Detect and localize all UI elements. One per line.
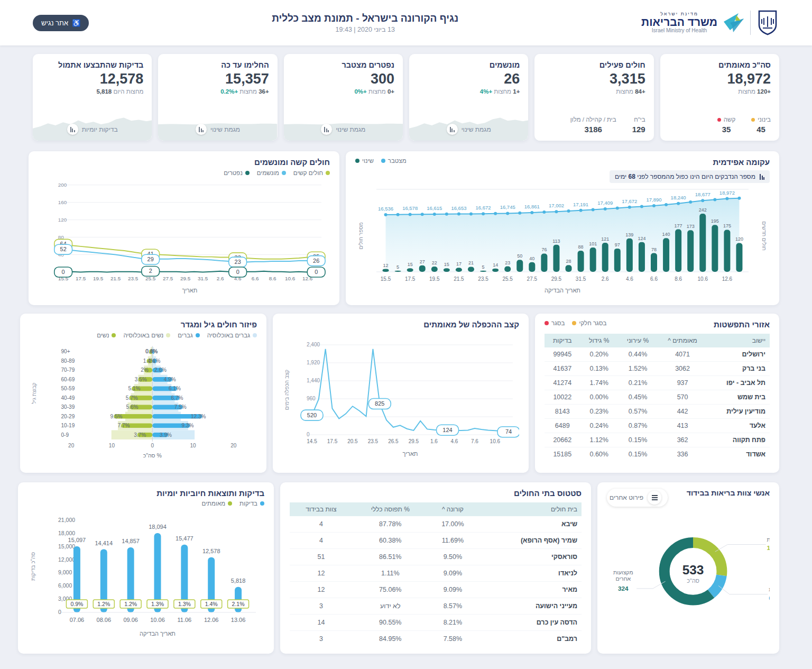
- column-header[interactable]: קורונה ^: [428, 502, 477, 516]
- column-header[interactable]: % גידול: [580, 334, 618, 347]
- legend-item[interactable]: מונשמים: [257, 170, 286, 176]
- tests-card: בדיקות ותוצאות חיוביות יומיות בדיקותמאומ…: [18, 482, 274, 654]
- svg-text:139: 139: [625, 232, 633, 237]
- kpi-stat-label: קשה: [717, 116, 735, 123]
- column-header[interactable]: בדיקות: [545, 334, 580, 347]
- table-row[interactable]: סוראסקי9.50%86.51%51: [290, 549, 582, 565]
- data-callout[interactable]: 52: [54, 244, 72, 254]
- table-row[interactable]: רמב"ם7.58%84.95%3: [290, 631, 582, 647]
- others-detail-button[interactable]: פירוט אחרים: [607, 489, 668, 507]
- legend-item[interactable]: נשים: [97, 332, 116, 338]
- svg-text:14.5: 14.5: [307, 438, 317, 444]
- table-row[interactable]: אשדוד3360.15%0.60%15185: [545, 447, 770, 462]
- table-row[interactable]: שמיר (אסף הרופא)11.69%60.38%4: [290, 533, 582, 549]
- svg-text:200: 200: [58, 182, 67, 188]
- kpi-title: מונשמים: [418, 61, 520, 69]
- table-cell: 0.57%: [618, 405, 658, 419]
- table-cell: 1.74%: [580, 376, 618, 390]
- table-row[interactable]: פתח תקווה3620.15%1.12%20662: [545, 433, 770, 447]
- table-row[interactable]: אלעד4130.87%0.24%6489: [545, 419, 770, 433]
- kpi-title: סה"כ מאומתים: [669, 61, 771, 69]
- data-callout[interactable]: 520: [301, 410, 323, 420]
- data-callout[interactable]: 0: [229, 267, 247, 277]
- legend-label: חולים קשים: [293, 170, 323, 176]
- table-row[interactable]: מאיר9.09%75.06%12: [290, 582, 582, 598]
- svg-text:5: 5: [482, 264, 485, 270]
- trend-link[interactable]: מגמת שינוי: [158, 124, 277, 135]
- legend-label: גברים באוכלוסיה: [207, 332, 250, 338]
- epidemic-chart[interactable]: 1251527221517215142350407611328881011219…: [355, 183, 770, 297]
- svg-text:4.9%: 4.9%: [164, 377, 176, 382]
- svg-text:0: 0: [307, 432, 310, 437]
- table-cell: 1.52%: [618, 362, 658, 376]
- page-title: נגיף הקורונה בישראל - תמונת מצב כללית: [272, 13, 458, 24]
- legend-item[interactable]: מצטבר: [381, 158, 407, 164]
- column-header[interactable]: צוות בבידוד: [290, 502, 353, 516]
- table-row[interactable]: תל אביב - יפו9370.21%1.74%41274: [545, 376, 770, 390]
- severe-chart[interactable]: 2001601208040015.517.519.521.523.525.527…: [38, 176, 330, 297]
- legend-item[interactable]: בסגר חלקי: [572, 320, 606, 326]
- legend-item[interactable]: נשים באוכלוסיה: [123, 332, 170, 338]
- table-row[interactable]: בני ברק30621.52%0.13%41637: [545, 362, 770, 376]
- table-cell: 8.57%: [428, 598, 477, 615]
- table-row[interactable]: שיבא17.00%87.78%4: [290, 516, 582, 533]
- data-callout[interactable]: 0: [54, 267, 72, 277]
- table-row[interactable]: מודיעין עילית4420.57%0.23%8143: [545, 405, 770, 419]
- legend-item[interactable]: נפטרים: [224, 170, 250, 176]
- kpi-title: החלימו עד כה: [167, 61, 269, 69]
- row-bottom: אנשי צוות בריאות בבידוד פירוט אחרים אחים…: [33, 482, 779, 654]
- table-cell: 99945: [545, 347, 580, 362]
- staff-donut-chart[interactable]: אחים/ות145רופאים/ות64מקצועותאחרים324533ס…: [607, 507, 770, 639]
- svg-text:14,414: 14,414: [95, 540, 113, 546]
- data-callout[interactable]: 2: [142, 266, 160, 276]
- pct-callout: 1.3%: [147, 600, 168, 608]
- svg-text:15: 15: [408, 262, 413, 267]
- data-callout[interactable]: 74: [497, 427, 519, 437]
- table-row[interactable]: בית שמש5700.45%0.00%10022: [545, 390, 770, 405]
- svg-text:16,672: 16,672: [476, 205, 491, 210]
- table-row[interactable]: מעייני הישועה8.57%לא ידוע3: [290, 598, 582, 615]
- kpi-stat: בי"ח129: [632, 116, 645, 134]
- table-row[interactable]: ירושלים40710.44%0.20%99945: [545, 347, 770, 362]
- table-row[interactable]: הדסה עין כרם8.21%90.55%14: [290, 615, 582, 631]
- svg-text:12.06: 12.06: [204, 617, 219, 623]
- column-header[interactable]: % תפוסה כללי: [353, 502, 428, 516]
- pyramid-chart[interactable]: 0.8%0.4%+901.4%1.1%80-892%2.6%70-793.5%4…: [30, 338, 257, 463]
- trend-link[interactable]: בדיקות יומיות: [33, 124, 152, 135]
- legend-item[interactable]: בסגר: [545, 320, 565, 326]
- trend-link[interactable]: מגמת שינוי: [409, 124, 528, 135]
- data-callout[interactable]: 23: [229, 257, 247, 267]
- data-callout[interactable]: 825: [368, 399, 391, 409]
- svg-text:175: 175: [723, 223, 731, 228]
- svg-text:27.5: 27.5: [527, 276, 538, 282]
- column-header[interactable]: בית חולים: [477, 502, 582, 516]
- legend-item[interactable]: גברים באוכלוסיה: [207, 332, 257, 338]
- doubling-chart[interactable]: 2,4001,9201,440960480014.517.520.523.526…: [282, 333, 519, 464]
- data-callout[interactable]: 124: [437, 425, 459, 435]
- data-callout[interactable]: 26: [307, 256, 325, 266]
- legend-label: נשים: [97, 332, 109, 338]
- legend-item[interactable]: בדיקות: [239, 500, 264, 507]
- data-callout[interactable]: 0: [307, 267, 325, 277]
- legend-item[interactable]: גברים: [178, 332, 199, 338]
- tests-chart[interactable]: 21,00018,00015,00012,0009,0006,0003,0000…: [27, 507, 264, 645]
- column-header[interactable]: % עירוני: [618, 334, 658, 347]
- legend-label: מאומתים: [202, 500, 226, 507]
- data-callout[interactable]: 29: [142, 254, 160, 264]
- svg-text:2%: 2%: [141, 367, 149, 373]
- svg-text:+90: +90: [61, 349, 70, 354]
- status-dot: [751, 118, 755, 122]
- column-header[interactable]: מאומתים ^: [658, 334, 707, 347]
- accessibility-button[interactable]: ♿ אתר נגיש: [33, 15, 89, 31]
- trend-link[interactable]: מגמת שינוי: [284, 124, 403, 135]
- svg-text:5.6%: 5.6%: [126, 404, 139, 410]
- svg-text:3.7%: 3.7%: [134, 432, 146, 438]
- legend-item[interactable]: מאומתים: [202, 500, 233, 507]
- svg-text:145: 145: [767, 544, 770, 551]
- kpi-stat-label-text: בינוני: [758, 116, 771, 123]
- table-row[interactable]: לניאדו9.09%1.11%12: [290, 565, 582, 582]
- legend-item[interactable]: חולים קשים: [293, 170, 330, 176]
- legend-item[interactable]: שינוי: [355, 158, 374, 164]
- column-header[interactable]: יישוב: [707, 334, 770, 347]
- bar: [395, 271, 401, 272]
